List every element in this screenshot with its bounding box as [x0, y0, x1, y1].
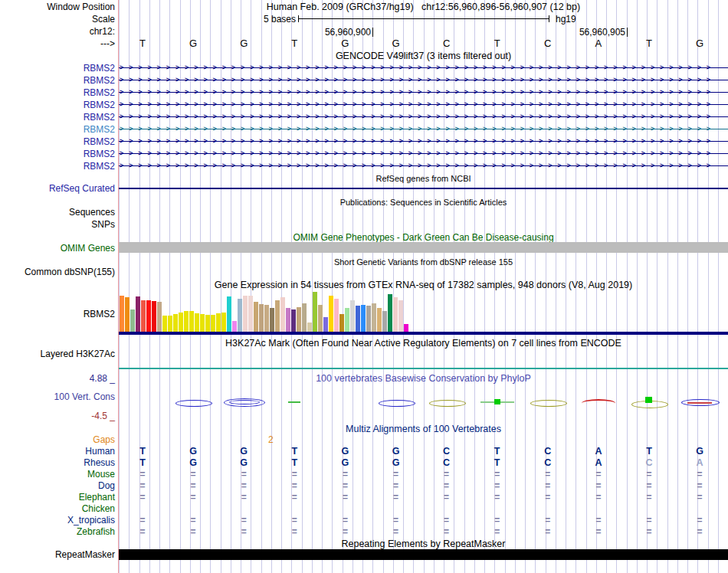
gtex-tissue-bar[interactable]: [339, 314, 344, 332]
gencode-transcript-label[interactable]: RBMS2: [84, 99, 115, 111]
gtex-tissue-bar[interactable]: [211, 315, 215, 332]
gtex-tissue-bar[interactable]: [146, 300, 151, 332]
gencode-transcript-label[interactable]: RBMS2: [84, 136, 115, 148]
gtex-tissue-bar[interactable]: [232, 321, 237, 332]
gtex-tissue-bar[interactable]: [297, 307, 301, 332]
gencode-title[interactable]: GENCODE V49lift37 (3 items filtered out): [119, 51, 728, 61]
gtex-tissue-bar[interactable]: [189, 311, 194, 332]
gencode-transcript-label[interactable]: RBMS2: [84, 123, 115, 136]
vert-cons-label[interactable]: 100 Vert. Cons: [54, 391, 115, 402]
repeatmasker-element-bar[interactable]: [119, 549, 728, 560]
gtex-tissue-bar[interactable]: [323, 317, 328, 332]
gencode-transcript-label[interactable]: RBMS2: [84, 148, 115, 160]
gaps-row-label[interactable]: Gaps: [93, 434, 115, 445]
coord-left[interactable]: 56,960,900: [295, 27, 371, 38]
multiz-species-label[interactable]: Dog: [98, 480, 115, 491]
gtex-tissue-bar[interactable]: [264, 305, 269, 332]
scale-bar: [298, 18, 549, 19]
multiz-species-label[interactable]: Human: [85, 446, 115, 457]
gtex-tissue-bar[interactable]: [141, 300, 146, 332]
gencode-strand-arrows: >>>>>>>>>>>>>>>>>>>>>>>>>>>>>>>>>>>>>>>>…: [120, 138, 727, 145]
gtex-tissue-bar[interactable]: [162, 316, 167, 332]
multiz-align-cell: =: [269, 469, 320, 480]
gtex-tissue-bar[interactable]: [361, 305, 366, 332]
gtex-gene-label[interactable]: RBMS2: [84, 309, 115, 319]
multiz-species-label[interactable]: X_tropicalis: [67, 515, 115, 526]
gtex-tissue-bar[interactable]: [259, 304, 264, 332]
gtex-tissue-bar[interactable]: [280, 297, 285, 332]
multiz-species-label[interactable]: Mouse: [87, 469, 115, 480]
gtex-tissue-bar[interactable]: [286, 308, 290, 332]
coord-right[interactable]: 56,960,905: [549, 27, 625, 38]
layered-h3k27ac-label[interactable]: Layered H3K27Ac: [41, 349, 115, 359]
multiz-species-label[interactable]: Chicken: [82, 503, 115, 514]
gtex-tissue-bar[interactable]: [270, 308, 274, 332]
multiz-species-label[interactable]: Zebrafish: [77, 526, 115, 537]
omim-genes-bar[interactable]: [119, 242, 728, 253]
gtex-tissue-bar[interactable]: [130, 309, 135, 332]
coord-right-tick: [627, 28, 628, 37]
gtex-tissue-bar[interactable]: [366, 306, 371, 332]
gtex-tissue-bar[interactable]: [334, 299, 339, 332]
gtex-tissue-bar[interactable]: [388, 294, 392, 332]
common-dbsnp-label[interactable]: Common dbSNP(155): [25, 267, 115, 277]
gtex-tissue-bar[interactable]: [291, 309, 296, 332]
multiz-align-cell: =: [117, 492, 168, 503]
publications-sequences-label[interactable]: Sequences: [69, 207, 115, 218]
repeatmasker-label[interactable]: RepeatMasker: [55, 549, 115, 560]
multiz-species-label[interactable]: Elephant: [79, 492, 115, 503]
gtex-tissue-bar[interactable]: [307, 323, 312, 332]
gtex-tissue-bar[interactable]: [393, 297, 398, 332]
publications-snps-label[interactable]: SNPs: [91, 219, 115, 230]
multiz-align-cell: =: [573, 480, 624, 491]
gtex-tissue-bar[interactable]: [372, 303, 376, 332]
gtex-tissue-bar[interactable]: [216, 313, 221, 332]
gtex-tissue-bar[interactable]: [377, 308, 382, 332]
gencode-transcript-label[interactable]: RBMS2: [84, 62, 115, 74]
multiz-align-cell: G: [168, 457, 218, 468]
gtex-tissue-bar[interactable]: [275, 300, 280, 332]
gtex-tissue-bar[interactable]: [136, 296, 140, 332]
gtex-tissue-bar[interactable]: [221, 313, 226, 332]
gtex-tissue-bar[interactable]: [382, 311, 387, 332]
h3k27ac-signal-line[interactable]: [119, 368, 728, 369]
gtex-tissue-bar[interactable]: [350, 300, 355, 332]
gencode-transcript-label[interactable]: RBMS2: [84, 160, 115, 172]
refseq-curated-label[interactable]: RefSeq Curated: [49, 183, 115, 194]
gtex-tissue-bar[interactable]: [356, 306, 360, 332]
gtex-tissue-bar[interactable]: [195, 313, 199, 332]
gtex-tissue-bar[interactable]: [398, 300, 403, 332]
gtex-tissue-bar[interactable]: [329, 296, 333, 332]
gtex-tissue-bar[interactable]: [254, 302, 258, 332]
gtex-tissue-bar[interactable]: [248, 296, 253, 332]
gtex-tissue-bar[interactable]: [313, 292, 317, 332]
gtex-tissue-bar[interactable]: [120, 296, 124, 332]
omim-genes-label[interactable]: OMIM Genes: [61, 243, 115, 254]
refseq-curated-item[interactable]: [119, 188, 728, 189]
gtex-tissue-bar[interactable]: [168, 316, 172, 332]
gtex-tissue-bar[interactable]: [200, 314, 205, 332]
gtex-tissue-bar[interactable]: [184, 311, 189, 332]
multiz-species-label[interactable]: Rhesus: [84, 457, 115, 468]
gtex-tissue-bar[interactable]: [404, 324, 408, 332]
phylop-glyph-lens: [175, 400, 212, 407]
gtex-tissue-bar[interactable]: [152, 301, 156, 332]
gtex-tissue-bar[interactable]: [125, 297, 130, 332]
multiz-align-cell: =: [624, 480, 674, 491]
gtex-tissue-bar[interactable]: [318, 305, 323, 332]
gtex-tissue-bar[interactable]: [302, 303, 307, 332]
gencode-transcript-label[interactable]: RBMS2: [84, 111, 115, 123]
multiz-align-cell: =: [168, 480, 218, 491]
strand-arrow-label[interactable]: --->: [100, 38, 115, 49]
gtex-tissue-bar[interactable]: [179, 313, 183, 332]
gtex-tissue-bar[interactable]: [205, 315, 210, 332]
gencode-transcript-label[interactable]: RBMS2: [84, 74, 115, 87]
gtex-tissue-bar[interactable]: [157, 302, 162, 332]
gtex-tissue-bar[interactable]: [173, 314, 178, 332]
multiz-align-cell: =: [573, 526, 624, 537]
gtex-tissue-bar[interactable]: [243, 296, 248, 332]
gtex-tissue-bar[interactable]: [227, 296, 231, 332]
gtex-tissue-bar[interactable]: [345, 308, 349, 332]
gencode-transcript-label[interactable]: RBMS2: [84, 87, 115, 99]
gtex-tissue-bar[interactable]: [238, 299, 242, 332]
